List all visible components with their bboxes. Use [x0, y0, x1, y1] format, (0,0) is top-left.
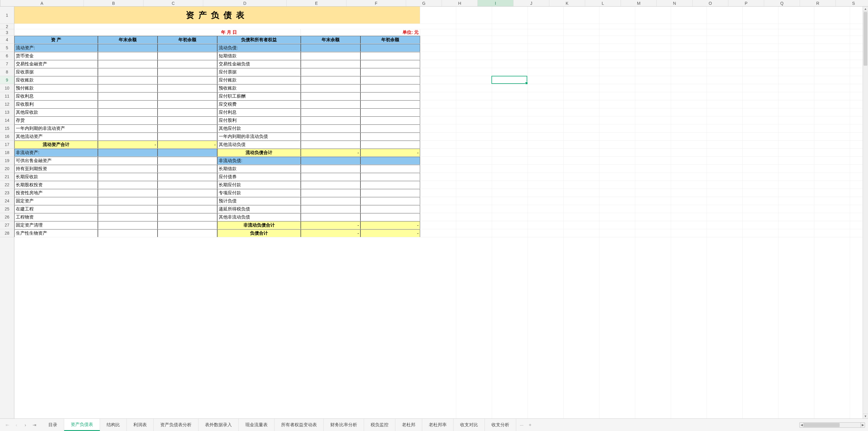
- cell-B14[interactable]: [98, 116, 158, 124]
- cell-D22[interactable]: 长期应付款: [217, 181, 301, 189]
- cell-D17[interactable]: 其他流动负债: [217, 141, 301, 149]
- cell-C22[interactable]: [158, 181, 217, 189]
- row-header-23[interactable]: 23: [0, 189, 14, 197]
- sheet-tab[interactable]: 资产负债表: [64, 419, 100, 431]
- cell-A21[interactable]: 长期应收款: [14, 173, 98, 181]
- row-header-17[interactable]: 17: [0, 141, 14, 149]
- cell-D7[interactable]: 交易性金融负债: [217, 60, 301, 68]
- cell-C17[interactable]: -: [158, 141, 217, 149]
- cell-D5[interactable]: 流动负债:: [217, 44, 301, 52]
- vertical-scroll-thumb[interactable]: [864, 12, 867, 66]
- row-header-21[interactable]: 21: [0, 173, 14, 181]
- cell-E10[interactable]: [301, 84, 361, 92]
- cell-B21[interactable]: [98, 173, 158, 181]
- unit-label[interactable]: 单位: 元: [361, 29, 420, 36]
- header-boy2[interactable]: 年初余额: [361, 36, 420, 44]
- row-header-15[interactable]: 15: [0, 124, 14, 132]
- cell-B13[interactable]: [98, 109, 158, 116]
- tab-overflow-icon[interactable]: ···: [520, 422, 524, 427]
- tab-next-icon[interactable]: ›: [22, 422, 29, 428]
- cell-B19[interactable]: [98, 157, 158, 165]
- cell-A5[interactable]: 流动资产:: [14, 44, 98, 52]
- tab-prev-icon[interactable]: ‹: [13, 422, 20, 428]
- row-header-6[interactable]: 6: [0, 52, 14, 60]
- row-header-28[interactable]: 28: [0, 229, 14, 237]
- cell-C6[interactable]: [158, 52, 217, 60]
- scroll-right-icon[interactable]: ▶: [861, 423, 865, 427]
- cell-E22[interactable]: [301, 181, 361, 189]
- row-header-20[interactable]: 20: [0, 165, 14, 173]
- cell-C27[interactable]: [158, 221, 217, 229]
- sheet-tab[interactable]: 结构比: [100, 419, 127, 431]
- cell-D18[interactable]: 流动负债合计: [217, 149, 301, 157]
- row-header-1[interactable]: 1: [0, 6, 14, 24]
- cell-B12[interactable]: [98, 100, 158, 109]
- cell-A7[interactable]: 交易性金融资产: [14, 60, 98, 68]
- sheet-tab[interactable]: 老杜邦: [395, 419, 422, 431]
- cell-E16[interactable]: [301, 132, 361, 141]
- cell-F5[interactable]: [361, 44, 420, 52]
- header-eoy2[interactable]: 年末余额: [301, 36, 361, 44]
- date-label[interactable]: 年 月 日: [158, 29, 301, 36]
- cell-A15[interactable]: 一年内到期的非流动资产: [14, 124, 98, 132]
- horizontal-scrollbar[interactable]: ◀ ▶: [799, 422, 865, 428]
- sheet-tab[interactable]: 资产负债表分析: [154, 419, 198, 431]
- cell-A12[interactable]: 应收股利: [14, 100, 98, 109]
- cell-grid[interactable]: 资产负债表年 月 日单位: 元资 产年末余额年初余额负债和所有者权益年末余额年初…: [14, 6, 868, 419]
- column-header-L[interactable]: L: [585, 0, 621, 6]
- cell-F24[interactable]: [361, 197, 420, 205]
- cell-E24[interactable]: [301, 197, 361, 205]
- cell-E20[interactable]: [301, 165, 361, 173]
- cell-C5[interactable]: [158, 44, 217, 52]
- cell-C25[interactable]: [158, 205, 217, 213]
- cell-A27[interactable]: 固定资产清理: [14, 221, 98, 229]
- scroll-down-icon[interactable]: ▼: [863, 414, 868, 419]
- cell-F28[interactable]: -: [361, 229, 420, 237]
- cell-D19[interactable]: 非流动负债:: [217, 157, 301, 165]
- row-header-2[interactable]: 2: [0, 24, 14, 29]
- sheet-tab[interactable]: 收支对比: [454, 419, 485, 431]
- cell-E12[interactable]: [301, 100, 361, 109]
- row-header-7[interactable]: 7: [0, 60, 14, 68]
- cell-F22[interactable]: [361, 181, 420, 189]
- sheet-tab[interactable]: 财务比率分析: [324, 419, 364, 431]
- cell-C28[interactable]: [158, 229, 217, 237]
- sheet-tab[interactable]: 目录: [42, 419, 64, 431]
- cell-B23[interactable]: [98, 189, 158, 197]
- cell-A28[interactable]: 生产性生物资产: [14, 229, 98, 237]
- cell-B28[interactable]: [98, 229, 158, 237]
- cell-E8[interactable]: [301, 68, 361, 76]
- cell-C11[interactable]: [158, 92, 217, 100]
- cell-C12[interactable]: [158, 100, 217, 109]
- cell-B16[interactable]: [98, 132, 158, 141]
- cell-B6[interactable]: [98, 52, 158, 60]
- row-header-10[interactable]: 10: [0, 84, 14, 92]
- cell-A16[interactable]: 其他流动资产: [14, 132, 98, 141]
- cell-C19[interactable]: [158, 157, 217, 165]
- cell-C21[interactable]: [158, 173, 217, 181]
- cell-C9[interactable]: [158, 76, 217, 84]
- cell-C26[interactable]: [158, 213, 217, 221]
- cell-B9[interactable]: [98, 76, 158, 84]
- sheet-tab[interactable]: 所有者权益变动表: [275, 419, 324, 431]
- column-header-C[interactable]: C: [144, 0, 203, 6]
- cell-D10[interactable]: 预收账款: [217, 84, 301, 92]
- cell-D11[interactable]: 应付职工薪酬: [217, 92, 301, 100]
- cell-D26[interactable]: 其他非流动负债: [217, 213, 301, 221]
- cell-A22[interactable]: 长期股权投资: [14, 181, 98, 189]
- cell-A9[interactable]: 应收账款: [14, 76, 98, 84]
- sheet-tab[interactable]: 现金流量表: [239, 419, 275, 431]
- sheet-title[interactable]: 资产负债表: [14, 6, 420, 24]
- cell-E23[interactable]: [301, 189, 361, 197]
- cell-A6[interactable]: 货币资金: [14, 52, 98, 60]
- cell-C13[interactable]: [158, 109, 217, 116]
- cell-A18[interactable]: 非流动资产:: [14, 149, 98, 157]
- column-header-D[interactable]: D: [203, 0, 287, 6]
- column-header-B[interactable]: B: [84, 0, 144, 6]
- cell-D25[interactable]: 递延所得税负债: [217, 205, 301, 213]
- column-header-O[interactable]: O: [692, 0, 728, 6]
- cell-D13[interactable]: 应付利息: [217, 109, 301, 116]
- select-all-corner[interactable]: [0, 0, 0, 6]
- cell-D27[interactable]: 非流动负债合计: [217, 221, 301, 229]
- cell-E27[interactable]: -: [301, 221, 361, 229]
